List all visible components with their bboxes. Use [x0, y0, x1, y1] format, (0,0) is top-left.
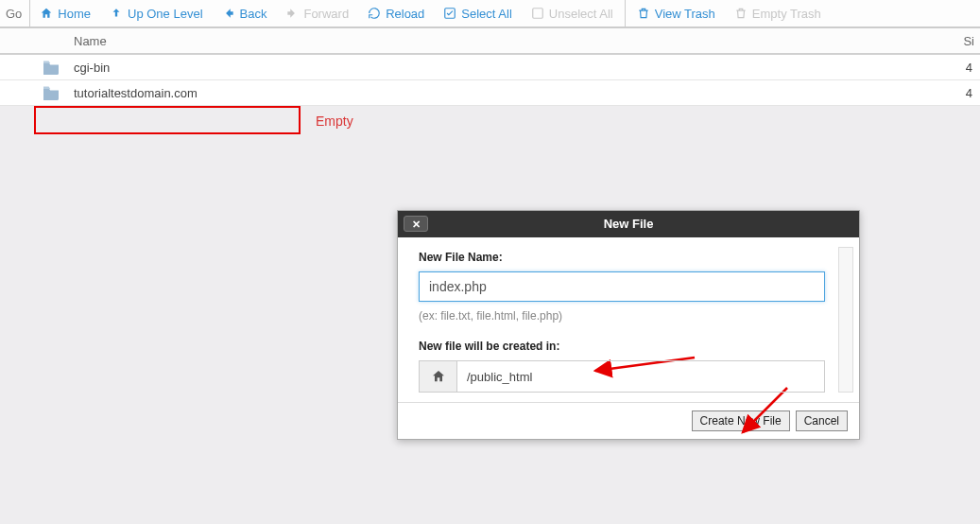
go-label: Go — [4, 0, 30, 26]
dialog-title-bar: ✕ New File — [398, 211, 859, 237]
trash-icon — [734, 7, 748, 20]
toolbar: Go Home Up One Level Back Forward Reload… — [0, 0, 980, 28]
empty-trash-button: Empty Trash — [725, 0, 831, 26]
toolbar-divider — [625, 0, 626, 26]
checkbox-empty-icon — [531, 7, 544, 20]
column-header-name[interactable]: Name — [0, 34, 963, 48]
folder-icon — [42, 60, 60, 75]
location-path: /public_html — [457, 361, 824, 392]
annotation-highlight-box — [34, 106, 301, 134]
empty-trash-label: Empty Trash — [752, 7, 821, 21]
up-one-level-button[interactable]: Up One Level — [100, 0, 213, 26]
home-button[interactable]: Home — [30, 0, 100, 26]
location-field: /public_html — [419, 360, 825, 393]
forward-button: Forward — [276, 0, 358, 26]
table-row[interactable]: tutorialtestdomain.com 4 — [0, 80, 980, 106]
up-arrow-icon — [110, 7, 123, 20]
back-label: Back — [240, 7, 267, 21]
dialog-close-button[interactable]: ✕ — [404, 216, 428, 232]
trash-icon — [637, 7, 650, 20]
dialog-footer: Create New File Cancel — [398, 402, 859, 439]
filename-hint: (ex: file.txt, file.html, file.php) — [419, 309, 838, 323]
dialog-title: New File — [604, 217, 654, 231]
unselect-all-button: Unselect All — [522, 0, 623, 26]
create-new-file-button[interactable]: Create New File — [692, 410, 790, 431]
row-size: 4 — [966, 61, 980, 75]
view-trash-button[interactable]: View Trash — [628, 0, 725, 26]
reload-icon — [368, 7, 381, 20]
home-icon — [40, 7, 53, 20]
location-label: New file will be created in: — [419, 340, 838, 353]
back-arrow-icon — [222, 7, 235, 20]
row-name: cgi-bin — [74, 61, 966, 75]
up-one-level-label: Up One Level — [128, 7, 203, 21]
select-all-button[interactable]: Select All — [434, 0, 521, 26]
forward-label: Forward — [303, 7, 349, 21]
home-icon[interactable] — [420, 361, 457, 392]
unselect-all-label: Unselect All — [549, 7, 613, 21]
forward-arrow-icon — [285, 7, 299, 20]
row-size: 4 — [966, 86, 980, 100]
filename-input[interactable] — [419, 271, 825, 302]
view-trash-label: View Trash — [655, 7, 715, 21]
cancel-button[interactable]: Cancel — [796, 410, 848, 431]
dialog-body: New File Name: (ex: file.txt, file.html,… — [398, 237, 859, 402]
table-header: Name Si — [0, 28, 980, 55]
back-button[interactable]: Back — [213, 0, 277, 26]
new-file-dialog: ✕ New File New File Name: (ex: file.txt,… — [397, 210, 860, 440]
close-icon: ✕ — [412, 211, 421, 237]
svg-rect-1 — [533, 9, 543, 19]
home-label: Home — [58, 7, 91, 21]
reload-button[interactable]: Reload — [358, 0, 434, 26]
filename-label: New File Name: — [419, 251, 838, 264]
select-all-label: Select All — [461, 7, 511, 21]
checkbox-checked-icon — [443, 7, 456, 20]
folder-icon — [42, 85, 60, 100]
row-name: tutorialtestdomain.com — [74, 86, 966, 100]
reload-label: Reload — [386, 7, 424, 21]
column-header-size[interactable]: Si — [963, 34, 980, 48]
table-row[interactable]: cgi-bin 4 — [0, 55, 980, 80]
annotation-empty-label: Empty — [316, 114, 353, 129]
